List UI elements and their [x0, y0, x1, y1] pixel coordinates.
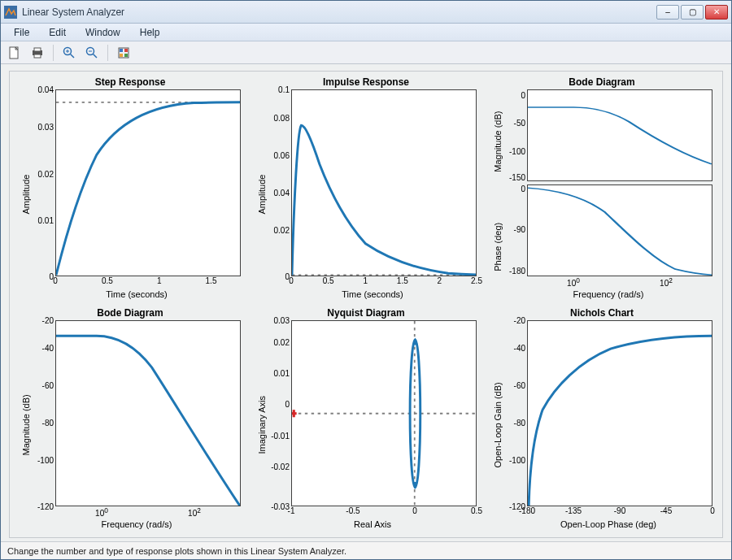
chart-nichols[interactable]: Nichols Chart Open-Loop Gain (dB) -120 -…: [491, 307, 712, 530]
axes-mag[interactable]: [527, 89, 712, 181]
yticks: -120 -100 -80 -60 -40 -20: [504, 320, 527, 507]
svg-rect-15: [120, 54, 123, 57]
toolbar-separator: [53, 45, 54, 61]
svg-rect-3: [34, 48, 41, 51]
app-icon: [4, 6, 17, 19]
chart-title: Bode Diagram: [97, 307, 163, 319]
zoom-in-icon[interactable]: [60, 44, 78, 62]
xlabel: Frequency (rad/s): [504, 289, 712, 299]
menu-window[interactable]: Window: [77, 25, 129, 40]
xlabel: Open-Loop Phase (deg): [504, 519, 712, 529]
xlabel: Frequency (rad/s): [33, 519, 241, 529]
xticks: -180 -135 -90 -45 0: [527, 506, 712, 518]
xlabel: Time (seconds): [268, 289, 477, 299]
xticks: -1 -0.5 0 0.5: [291, 506, 477, 518]
xticks: 0 0.5 1 1.5: [55, 276, 241, 288]
ylabel: Amplitude: [20, 89, 33, 299]
menu-edit[interactable]: Edit: [41, 25, 74, 40]
xlabel: Time (seconds): [33, 289, 241, 299]
svg-rect-4: [34, 54, 41, 58]
new-doc-icon[interactable]: [6, 44, 24, 62]
ylabel: Amplitude: [255, 89, 268, 299]
status-bar: Change the number and type of response p…: [1, 541, 731, 559]
yticks: 0 -50 -100 -150 0 -90 -180: [504, 89, 527, 276]
ylabel-mag: Magnitude (dB): [491, 89, 504, 194]
plot-panel: Step Response Amplitude 0 0.01 0.02 0.03…: [9, 71, 723, 538]
layout-icon[interactable]: [115, 44, 133, 62]
ylabel: Imaginary Axis: [255, 320, 268, 530]
ylabel-phase: Phase (deg): [491, 194, 504, 299]
svg-rect-16: [124, 54, 128, 57]
status-text: Change the number and type of response p…: [7, 546, 346, 556]
minimize-button[interactable]: –: [656, 5, 679, 20]
titlebar: Linear System Analyzer – ▢ ✕: [1, 1, 731, 24]
chart-bode-mag[interactable]: Bode Diagram Magnitude (dB) -120 -100 -8…: [20, 307, 241, 530]
chart-bode-stacked[interactable]: Bode Diagram Magnitude (dB) Phase (deg) …: [491, 76, 712, 299]
chart-impulse[interactable]: Impulse Response Amplitude 0 0.02 0.04 0…: [255, 76, 477, 299]
maximize-button[interactable]: ▢: [681, 5, 704, 20]
svg-rect-14: [124, 49, 128, 52]
axes[interactable]: [55, 320, 241, 507]
chart-title: Step Response: [95, 76, 166, 88]
xticks: 100 102: [527, 276, 712, 288]
menu-file[interactable]: File: [6, 25, 37, 40]
xticks: 0 0.5 1 1.5 2 2.5: [291, 276, 477, 288]
axes[interactable]: [527, 320, 712, 507]
xticks: 100 102: [55, 506, 241, 518]
axes[interactable]: [291, 89, 477, 276]
chart-title: Bode Diagram: [569, 76, 634, 88]
zoom-out-icon[interactable]: [83, 44, 101, 62]
toolbar: [1, 41, 731, 64]
window-title: Linear System Analyzer: [22, 7, 656, 18]
toolbar-separator: [107, 45, 108, 61]
axes[interactable]: [291, 320, 477, 507]
chart-title: Nichols Chart: [570, 307, 634, 319]
yticks: -0.03 -0.02 -0.01 0 0.01 0.02 0.03: [268, 320, 291, 507]
chart-step[interactable]: Step Response Amplitude 0 0.01 0.02 0.03…: [20, 76, 241, 299]
chart-nyquist[interactable]: Nyquist Diagram Imaginary Axis -0.03 -0.…: [255, 307, 477, 530]
chart-title: Impulse Response: [323, 76, 409, 88]
xlabel: Real Axis: [268, 519, 477, 529]
yticks: -120 -100 -80 -60 -40 -20: [33, 320, 55, 507]
content-area: Step Response Amplitude 0 0.01 0.02 0.03…: [1, 64, 731, 541]
ylabel: Open-Loop Gain (dB): [491, 320, 504, 530]
menu-help[interactable]: Help: [132, 25, 168, 40]
svg-line-6: [71, 54, 75, 58]
menubar: File Edit Window Help: [1, 24, 731, 41]
svg-line-10: [94, 54, 98, 58]
close-button[interactable]: ✕: [705, 5, 728, 20]
svg-rect-13: [120, 49, 123, 52]
yticks: 0 0.02 0.04 0.06 0.08 0.1: [268, 89, 291, 276]
chart-title: Nyquist Diagram: [327, 307, 404, 319]
print-icon[interactable]: [28, 44, 46, 62]
axes[interactable]: [55, 89, 241, 276]
axes-phase[interactable]: [527, 184, 712, 276]
ylabel: Magnitude (dB): [20, 320, 33, 530]
yticks: 0 0.01 0.02 0.03 0.04: [33, 89, 55, 276]
